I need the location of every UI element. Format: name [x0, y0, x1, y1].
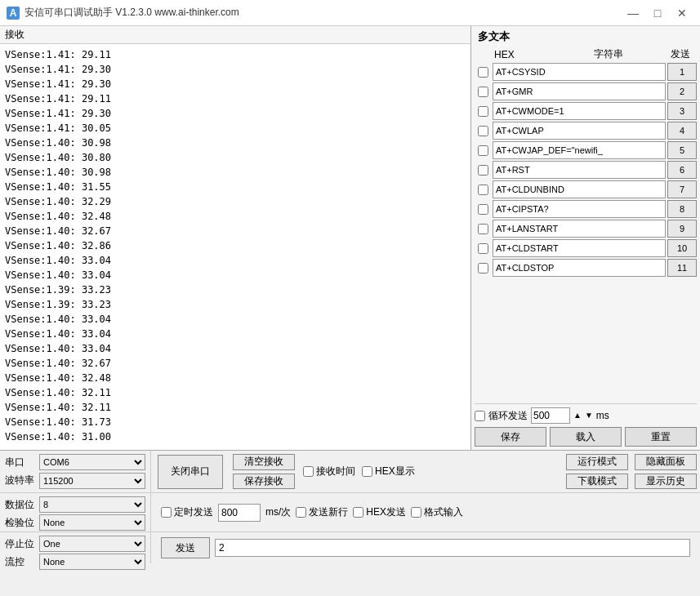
receive-content[interactable]: VSense:1.41: 29.11 VSense:1.41: 29.30 VS… — [0, 44, 470, 450]
baud-select[interactable]: 115200 — [39, 473, 145, 489]
serial-settings: 串口 COM6 波特率 115200 — [0, 451, 151, 492]
multitext-row-9-checkbox[interactable] — [478, 224, 488, 234]
flow-label: 流控 — [5, 555, 36, 569]
bottom-panel: 串口 COM6 波特率 115200 关闭串口 清空接收 保存接收 接收时间 — [0, 451, 700, 596]
receive-checkboxes: 接收时间 HEX显示 — [298, 451, 563, 492]
timed-send-checkbox[interactable] — [161, 507, 172, 518]
recv-time-checkbox[interactable] — [303, 466, 314, 477]
multitext-row-1-input[interactable] — [493, 63, 666, 81]
multitext-row-8-input[interactable] — [493, 200, 666, 218]
multitext-row-3-send[interactable]: 3 — [667, 102, 697, 120]
multitext-row-2-send[interactable]: 2 — [667, 82, 697, 100]
titlebar: A 安信可串口调试助手 V1.2.3.0 www.ai-thinker.com … — [0, 0, 700, 26]
multitext-row-3-checkbox[interactable] — [478, 106, 488, 117]
hex-show-checkbox[interactable] — [362, 466, 372, 477]
data-bits-select[interactable]: 8 — [39, 496, 145, 513]
multitext-row-3-input[interactable] — [493, 102, 666, 120]
timed-send-label: 定时发送 — [161, 505, 213, 519]
loop-interval-input[interactable] — [531, 407, 570, 424]
close-button[interactable]: ✕ — [671, 4, 693, 22]
loop-spin-up[interactable]: ▲ — [573, 411, 582, 420]
open-close-serial-button[interactable]: 关闭串口 — [158, 455, 223, 489]
multitext-row-4-checkbox[interactable] — [478, 126, 488, 136]
receive-panel: 接收 VSense:1.41: 29.11 VSense:1.41: 29.30… — [0, 26, 471, 450]
flow-select[interactable]: None — [39, 554, 145, 570]
send-button[interactable]: 发送 — [161, 537, 210, 558]
loop-spin-down[interactable]: ▼ — [585, 411, 593, 420]
multitext-row-5-input[interactable] — [493, 141, 666, 159]
hex-show-checkbox-label: HEX显示 — [362, 465, 415, 478]
multitext-row-7-checkbox[interactable] — [478, 185, 488, 195]
multitext-row-11-send[interactable]: 11 — [667, 259, 697, 277]
multitext-row-6-send[interactable]: 6 — [667, 161, 697, 179]
multitext-row-2-input[interactable] — [493, 82, 666, 100]
multitext-row-7-send[interactable]: 7 — [667, 180, 697, 198]
show-history-button[interactable]: 显示历史 — [635, 474, 697, 490]
list-item: 4 — [475, 122, 697, 140]
reset-multitext-button[interactable]: 重置 — [625, 427, 697, 447]
multitext-row-9-send[interactable]: 9 — [667, 220, 697, 238]
multitext-row-9-input[interactable] — [493, 220, 666, 238]
multitext-row-11-checkbox[interactable] — [478, 263, 488, 274]
multitext-row-11-input[interactable] — [493, 259, 666, 277]
port-select[interactable]: COM6 — [39, 454, 145, 470]
app-icon: A — [7, 7, 20, 20]
window-controls: — □ ✕ — [622, 4, 693, 22]
serial-button-area: 关闭串口 — [151, 451, 230, 492]
multitext-row-5-send[interactable]: 5 — [667, 141, 697, 159]
stop-bits-select[interactable]: One — [39, 536, 145, 552]
multitext-row-7-input[interactable] — [493, 180, 666, 198]
save-receive-button[interactable]: 保存接收 — [233, 474, 295, 490]
list-item: 1 — [475, 63, 697, 81]
check-label: 检验位 — [5, 516, 36, 530]
download-mode-button[interactable]: 下载模式 — [566, 474, 628, 490]
loop-unit: ms — [596, 410, 609, 421]
multitext-row-8-checkbox[interactable] — [478, 204, 488, 215]
multitext-row-2-checkbox[interactable] — [478, 87, 488, 97]
save-multitext-button[interactable]: 保存 — [475, 427, 546, 447]
run-mode-button[interactable]: 运行模式 — [566, 454, 628, 470]
multitext-rows: 1 2 3 4 5 — [475, 63, 697, 400]
bottom-row1: 串口 COM6 波特率 115200 关闭串口 清空接收 保存接收 接收时间 — [0, 451, 700, 493]
serial-settings-2: 数据位 8 检验位 None — [0, 493, 151, 532]
list-item: 10 — [475, 239, 697, 257]
loop-row: 循环发送 ▲ ▼ ms — [475, 407, 697, 424]
load-multitext-button[interactable]: 载入 — [550, 427, 622, 447]
timed-send-input[interactable] — [218, 504, 261, 522]
multitext-row-10-send[interactable]: 10 — [667, 239, 697, 257]
multitext-row-8-send[interactable]: 8 — [667, 200, 697, 218]
check-select[interactable]: None — [39, 514, 145, 531]
multitext-row-4-input[interactable] — [493, 122, 666, 140]
serial-settings-3: 停止位 One 流控 None — [0, 532, 151, 563]
minimize-button[interactable]: — — [622, 4, 644, 22]
port-label: 串口 — [5, 456, 36, 469]
format-input-checkbox[interactable] — [411, 507, 421, 518]
loop-send-checkbox[interactable] — [475, 411, 485, 421]
send-input[interactable] — [215, 539, 690, 557]
hex-send-checkbox[interactable] — [353, 507, 363, 518]
hex-send-label: HEX发送 — [353, 505, 406, 519]
multitext-row-10-input[interactable] — [493, 239, 666, 257]
multitext-row-10-checkbox[interactable] — [478, 243, 488, 254]
multitext-panel: 多文本 HEX 字符串 发送 1 2 — [471, 26, 700, 450]
baud-label: 波特率 — [5, 474, 36, 487]
multitext-row-6-input[interactable] — [493, 161, 666, 179]
timed-unit: ms/次 — [265, 505, 291, 519]
list-item: 11 — [475, 259, 697, 277]
maximize-button[interactable]: □ — [646, 4, 669, 22]
list-item: 7 — [475, 180, 697, 198]
clear-receive-button[interactable]: 清空接收 — [233, 454, 295, 470]
multitext-row-1-send[interactable]: 1 — [667, 63, 697, 81]
multitext-row-4-send[interactable]: 4 — [667, 122, 697, 140]
mode-buttons: 运行模式 下载模式 — [563, 451, 631, 492]
multitext-row-5-checkbox[interactable] — [478, 145, 488, 156]
multitext-row-1-checkbox[interactable] — [478, 67, 488, 78]
list-item: 5 — [475, 141, 697, 159]
footer-buttons: 保存 载入 重置 — [475, 427, 697, 447]
hide-panel-button[interactable]: 隐藏面板 — [635, 454, 697, 470]
send-newline-checkbox[interactable] — [296, 507, 306, 518]
multitext-row-6-checkbox[interactable] — [478, 165, 488, 176]
data-bits-label: 数据位 — [5, 498, 36, 512]
main-content: 接收 VSense:1.41: 29.11 VSense:1.41: 29.30… — [0, 26, 700, 451]
panel-buttons: 隐藏面板 显示历史 — [631, 451, 700, 492]
